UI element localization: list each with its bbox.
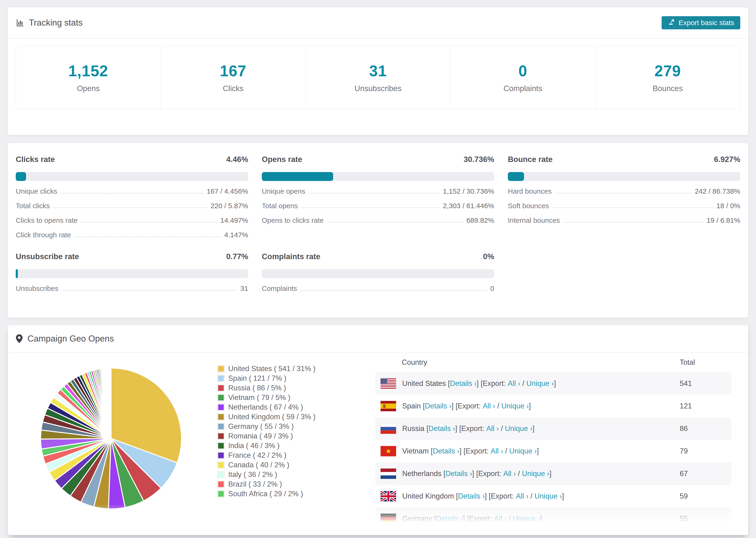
details-link[interactable]: Details › [458, 492, 485, 501]
rate-panel-bounce-rate: Bounce rate6.927%Hard bounces242 / 86.73… [508, 154, 740, 239]
legend-label: United Kingdom ( 59 / 3% ) [228, 413, 315, 421]
rate-progress-fill [508, 172, 524, 181]
rate-progress-track [16, 172, 248, 181]
detail-value: 19 / 6.81% [707, 216, 740, 225]
stat-value: 31 [369, 62, 387, 80]
stat-cell-clicks: 167Clicks [161, 46, 305, 109]
rate-detail-rows: Unsubscribes31 [16, 284, 248, 293]
table-row-es: Spain [Details ›] [Export: All › / Uniqu… [375, 395, 731, 417]
export-basic-stats-button[interactable]: Export basic stats [662, 16, 740, 29]
details-link[interactable]: Details › [436, 514, 463, 523]
rate-title: Bounce rate [508, 154, 553, 165]
rate-panel-unsubscribe-rate: Unsubscribe rate0.77%Unsubscribes31 [16, 251, 248, 293]
rate-header: Unsubscribe rate0.77% [16, 251, 248, 262]
rate-panel-opens-rate: Opens rate30.736%Unique opens1,152 / 30.… [262, 154, 494, 239]
bracket: [ [441, 469, 445, 478]
export-unique-link[interactable]: Unique › [522, 469, 549, 478]
stat-cell-unsubscribes: 31Unsubscribes [305, 46, 450, 109]
export-all-link[interactable]: All › [491, 447, 503, 456]
legend-swatch [217, 452, 225, 459]
rate-percent: 0.77% [226, 251, 248, 262]
detail-value: 18 / 0% [716, 202, 740, 210]
export-all-link[interactable]: All › [483, 402, 495, 410]
geo-title: Campaign Geo Opens [27, 334, 114, 344]
export-unique-link[interactable]: Unique › [501, 402, 529, 410]
legend-swatch [217, 471, 225, 478]
export-unique-link[interactable]: Unique › [505, 424, 532, 433]
rate-header: Clicks rate4.46% [16, 154, 248, 165]
rate-progress-track [262, 172, 494, 181]
details-link[interactable]: Details › [433, 447, 459, 456]
bracket: ] [Export: [485, 492, 516, 501]
details-link[interactable]: Details › [445, 469, 472, 478]
detail-value: 0 [490, 284, 494, 293]
dotted-leader [327, 222, 463, 223]
legend-item-ro: Romania ( 49 / 3% ) [217, 431, 315, 441]
details-link[interactable]: Details › [450, 379, 477, 388]
slash: / [507, 514, 513, 523]
detail-label: Clicks to opens rate [16, 216, 78, 225]
detail-value: 242 / 86.738% [695, 187, 740, 195]
legend-label: Russia ( 86 / 5% ) [228, 384, 286, 392]
bracket: [ [421, 402, 425, 410]
legend-swatch [217, 490, 225, 497]
rate-detail-row: Soft bounces18 / 0% [508, 202, 740, 210]
dotted-leader [81, 222, 217, 223]
country-name: Germany [402, 514, 432, 523]
bracket: ] [529, 402, 531, 410]
export-all-link[interactable]: All › [516, 492, 528, 501]
legend-label: India ( 46 / 3% ) [228, 442, 280, 450]
export-unique-link[interactable]: Unique › [513, 514, 540, 523]
rate-detail-row: Unsubscribes31 [16, 284, 248, 293]
slash: / [516, 469, 522, 478]
legend-label: South Africa ( 29 / 2% ) [228, 490, 303, 498]
stat-label: Unsubscribes [354, 84, 402, 93]
tracking-stats-header: Tracking stats Export basic stats [8, 7, 748, 39]
stat-cell-complaints: 0Complaints [450, 46, 595, 109]
details-link[interactable]: Details › [425, 402, 452, 410]
rate-title: Clicks rate [16, 154, 55, 165]
detail-value: 31 [241, 284, 248, 293]
geo-pie-chart [38, 366, 184, 511]
rate-detail-row: Complaints0 [262, 284, 494, 293]
export-unique-link[interactable]: Unique › [526, 379, 554, 388]
legend-item-in: India ( 46 / 3% ) [217, 441, 315, 451]
export-unique-link[interactable]: Unique › [509, 447, 537, 456]
bracket: ] [Export: [455, 424, 486, 433]
stat-value: 1,152 [68, 62, 108, 80]
legend-item-ru: Russia ( 86 / 5% ) [217, 383, 315, 393]
slash: / [503, 447, 509, 456]
export-all-link[interactable]: All › [486, 424, 499, 433]
export-unique-link[interactable]: Unique › [534, 492, 562, 501]
detail-value: 4.147% [224, 231, 248, 239]
detail-label: Unique opens [262, 187, 305, 195]
bracket: [ [454, 492, 458, 501]
export-all-link[interactable]: All › [494, 514, 507, 523]
legend-label: Romania ( 49 / 3% ) [228, 432, 293, 440]
flag-gb-icon [381, 491, 396, 501]
legend-label: Netherlands ( 67 / 4% ) [228, 403, 303, 411]
dotted-leader [62, 290, 237, 291]
country-cell: United Kingdom [Details ›] [Export: All … [375, 491, 673, 501]
detail-value: 220 / 5.87% [211, 202, 248, 210]
bracket: ] [Export: [459, 447, 491, 456]
campaign-geo-opens-card: Campaign Geo Opens United States ( 541 /… [8, 325, 748, 535]
rate-panel-complaints-rate: Complaints rate0%Complaints0 [262, 251, 494, 293]
stat-value: 0 [518, 62, 527, 80]
export-all-link[interactable]: All › [503, 469, 516, 478]
export-all-link[interactable]: All › [508, 379, 520, 388]
country-cell: Germany [Details ›] [Export: All › / Uni… [375, 513, 673, 524]
bracket: ] [549, 469, 552, 478]
country-cell: United States [Details ›] [Export: All ›… [375, 378, 673, 389]
legend-swatch [217, 461, 225, 468]
country-name: Spain [402, 402, 421, 410]
legend-swatch [217, 442, 225, 449]
page-title: Tracking stats [29, 18, 82, 28]
legend-swatch [217, 433, 225, 440]
legend-item-it: Italy ( 36 / 2% ) [217, 470, 315, 479]
rate-detail-rows: Unique opens1,152 / 30.736%Total opens2,… [262, 187, 494, 225]
details-link[interactable]: Details › [428, 424, 455, 433]
map-pin-icon [16, 334, 23, 343]
detail-label: Opens to clicks rate [262, 216, 324, 225]
bracket: [ [429, 447, 433, 456]
